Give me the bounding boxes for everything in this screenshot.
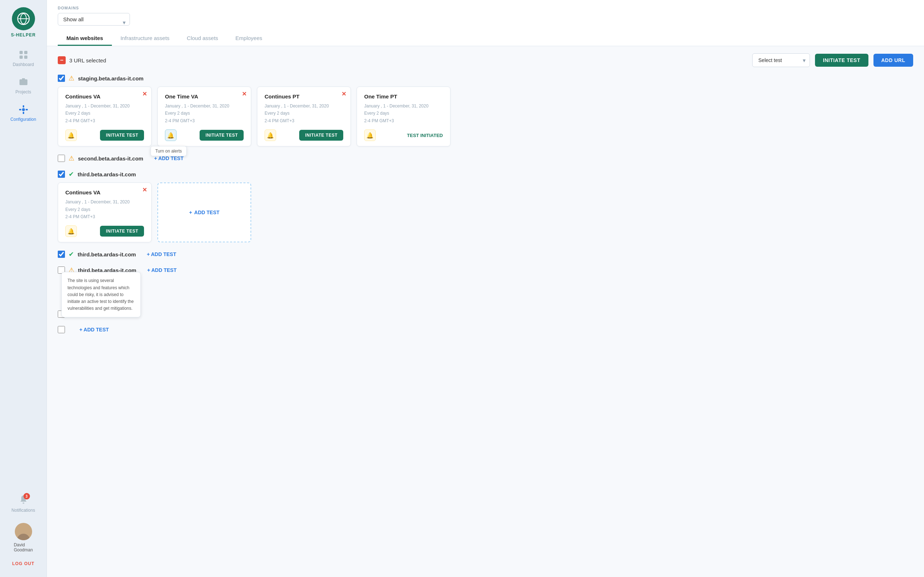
- content-area: − 3 URL selected Select test INITIATE TE…: [47, 46, 924, 577]
- svg-rect-10: [23, 112, 24, 114]
- svg-rect-8: [22, 78, 25, 80]
- svg-rect-9: [23, 105, 24, 108]
- card-title-3-1: Continues VA: [65, 189, 144, 195]
- warning-icon-2: ⚠: [69, 154, 74, 162]
- test-card-1-3: ✕ Continues PT January , 1 - December, 3…: [257, 87, 351, 147]
- domain-header-4: ✔ third.beta.ardas-it.com + ADD TEST: [58, 250, 913, 258]
- card-title-1-1: Continues VA: [65, 93, 144, 100]
- sidebar-item-projects[interactable]: Projects: [0, 72, 47, 100]
- add-test-dashed-label-3[interactable]: + ADD TEST: [189, 210, 220, 215]
- domains-select-wrapper[interactable]: Show all Production Staging: [58, 13, 130, 31]
- warning-icon-1: ⚠: [69, 74, 74, 82]
- sidebar-item-notifications[interactable]: 3 Notifications: [0, 489, 47, 518]
- card-title-1-4: One Time PT: [364, 93, 443, 100]
- card-meta-3-1: January , 1 - December, 31, 2020Every 2 …: [65, 198, 144, 220]
- domains-label: DOMAINS: [58, 6, 913, 10]
- bell-button-3-1[interactable]: 🔔: [65, 226, 77, 237]
- add-test-dashed-card-3[interactable]: + ADD TEST: [157, 182, 251, 242]
- svg-point-13: [22, 108, 25, 111]
- close-card-1-2[interactable]: ✕: [242, 90, 247, 97]
- card-footer-1-4: 🔔 TEST INITIATED: [364, 129, 443, 141]
- domain-checkbox-7[interactable]: [58, 326, 65, 333]
- logo-label: S-HELPER: [11, 32, 36, 37]
- add-test-inline-4[interactable]: + ADD TEST: [147, 251, 176, 257]
- tab-cloud-assets[interactable]: Cloud assets: [178, 31, 227, 46]
- deselect-all-button[interactable]: −: [58, 56, 66, 64]
- svg-point-14: [23, 503, 24, 504]
- domain-header-3: ✔ third.beta.ardas-it.com: [58, 170, 913, 178]
- card-footer-3-1: 🔔 INITIATE TEST: [65, 226, 144, 237]
- logo-icon: [17, 12, 30, 25]
- card-footer-1-3: 🔔 INITIATE TEST: [265, 129, 343, 141]
- logo[interactable]: [12, 7, 35, 30]
- close-card-1-3[interactable]: ✕: [341, 90, 346, 97]
- logout-button[interactable]: LOG OUT: [9, 558, 38, 570]
- bell-button-1-2[interactable]: 🔔: [165, 129, 176, 141]
- initiate-button-3-1[interactable]: INITIATE TEST: [100, 226, 144, 237]
- tabs: Main websites Infrastructure assets Clou…: [58, 31, 913, 46]
- svg-rect-11: [19, 109, 21, 110]
- domain-checkbox-1[interactable]: [58, 75, 65, 82]
- sidebar-item-projects-label: Projects: [16, 89, 31, 95]
- selected-count-label: 3 URL selected: [69, 57, 106, 63]
- sidebar-item-configuration[interactable]: Configuration: [0, 100, 47, 127]
- card-title-1-2: One Time VA: [165, 93, 244, 100]
- dashboard-icon: [18, 50, 29, 60]
- domain-checkbox-4[interactable]: [58, 251, 65, 258]
- svg-rect-7: [19, 79, 27, 85]
- action-bar: − 3 URL selected Select test INITIATE TE…: [58, 53, 913, 67]
- card-meta-1-4: January , 1 - December, 31, 2020Every 2 …: [364, 102, 443, 124]
- domain-name-4: third.beta.ardas-it.com: [78, 251, 136, 258]
- domain-name-3: third.beta.ardas-it.com: [78, 171, 136, 177]
- initiate-button-1-2[interactable]: INITIATE TEST: [200, 130, 244, 141]
- domain-section-6: ✔ + ADD TEST: [58, 310, 913, 318]
- test-card-1-1: ✕ Continues VA January , 1 - December, 3…: [58, 87, 152, 147]
- close-card-3-1[interactable]: ✕: [142, 187, 147, 193]
- select-test-wrapper[interactable]: Select test: [752, 53, 810, 67]
- svg-rect-5: [19, 56, 23, 59]
- bell-button-1-4[interactable]: 🔔: [364, 129, 376, 141]
- svg-rect-12: [26, 109, 28, 110]
- domain-header-6: ✔ + ADD TEST: [58, 310, 913, 318]
- sidebar-item-dashboard-label: Dashboard: [13, 62, 34, 67]
- sidebar-item-user[interactable]: DavidGoodman: [0, 518, 47, 558]
- test-card-3-1: ✕ Continues VA January , 1 - December, 3…: [58, 182, 152, 242]
- sidebar: S-HELPER Dashboard Projects Configuratio…: [0, 0, 47, 577]
- initiate-button-1-3[interactable]: INITIATE TEST: [299, 130, 343, 141]
- domains-select[interactable]: Show all Production Staging: [58, 13, 130, 26]
- action-bar-right: Select test INITIATE TEST ADD URL: [752, 53, 913, 67]
- add-test-inline-2[interactable]: + ADD TEST: [154, 155, 184, 161]
- select-test-dropdown[interactable]: Select test: [752, 53, 810, 67]
- domain-checkbox-2[interactable]: [58, 155, 65, 162]
- notifications-badge: 3: [23, 493, 30, 500]
- user-avatar-icon: [15, 523, 32, 540]
- test-initiated-label-1-4: TEST INITIATED: [407, 133, 443, 138]
- bell-button-1-3[interactable]: 🔔: [265, 129, 276, 141]
- domain-name-1: staging.beta.ardas-it.com: [78, 76, 144, 82]
- bell-button-1-1[interactable]: 🔔: [65, 129, 77, 141]
- initiate-button-1-1[interactable]: INITIATE TEST: [100, 130, 144, 141]
- tooltip-turn-on-alerts: Turn on alerts: [150, 146, 187, 156]
- test-card-1-4: One Time PT January , 1 - December, 31, …: [357, 87, 451, 147]
- tab-employees[interactable]: Employees: [227, 31, 271, 46]
- domain-section-1: ⚠ staging.beta.ardas-it.com ✕ Continues …: [58, 74, 913, 147]
- domain-section-2: ⚠ second.beta.ardas-it.com + ADD TEST: [58, 154, 913, 162]
- add-url-button[interactable]: ADD URL: [874, 54, 914, 67]
- sidebar-item-dashboard[interactable]: Dashboard: [0, 45, 47, 72]
- add-test-inline-7[interactable]: + ADD TEST: [79, 327, 109, 332]
- domain-checkbox-3[interactable]: [58, 171, 65, 178]
- domain-header-7: + ADD TEST: [58, 326, 913, 333]
- domain-header-2: ⚠ second.beta.ardas-it.com + ADD TEST: [58, 154, 913, 162]
- add-test-text-3: ADD TEST: [194, 210, 220, 215]
- add-test-inline-5[interactable]: + ADD TEST: [147, 267, 177, 273]
- card-meta-1-3: January , 1 - December, 31, 2020Every 2 …: [265, 102, 343, 124]
- tab-main-websites[interactable]: Main websites: [58, 31, 112, 46]
- close-card-1-1[interactable]: ✕: [142, 90, 147, 97]
- configuration-icon: [18, 105, 29, 115]
- domain-section-5: ⚠ third.beta.ardas-it.com + ADD TEST The…: [58, 266, 913, 274]
- main-panel: DOMAINS Show all Production Staging Main…: [47, 0, 924, 577]
- tab-infrastructure-assets[interactable]: Infrastructure assets: [112, 31, 178, 46]
- card-footer-1-1: 🔔 INITIATE TEST: [65, 129, 144, 141]
- sidebar-bottom: 3 Notifications DavidGoodman LOG OUT: [0, 489, 47, 570]
- initiate-test-button[interactable]: INITIATE TEST: [815, 54, 868, 67]
